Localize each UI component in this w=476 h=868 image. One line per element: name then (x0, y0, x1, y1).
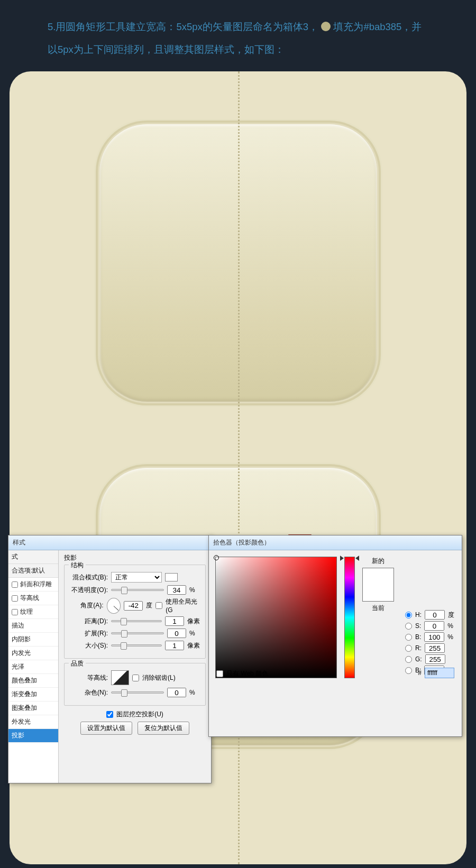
list-header-1[interactable]: 式 (8, 550, 58, 564)
global-light-label: 使用全局光(G (166, 597, 200, 614)
style-item-bevel[interactable]: 斜面和浮雕 (8, 578, 58, 592)
angle-input[interactable] (124, 601, 143, 611)
set-default-button[interactable]: 设置为默认值 (80, 722, 132, 735)
web-only-checkbox[interactable] (216, 670, 223, 677)
angle-label: 角度(A): (70, 601, 104, 610)
h-radio[interactable] (405, 612, 412, 618)
color-picker-dialog: 拾色器（投影颜色） 新的 当前 H:度 S:% B:% R: G: B: 只有 … (208, 535, 462, 737)
new-color-label: 新的 (372, 557, 385, 566)
reset-default-button[interactable]: 复位为默认值 (138, 722, 189, 735)
checkbox[interactable] (12, 609, 18, 615)
r-input[interactable] (425, 643, 445, 653)
b-radio[interactable] (405, 634, 412, 641)
g-radio[interactable] (405, 656, 412, 663)
size-label: 大小(S): (70, 641, 108, 650)
style-item-drop-shadow[interactable]: 投影 (8, 729, 58, 743)
angle-unit: 度 (146, 601, 152, 610)
style-item-outer-glow[interactable]: 外发光 (8, 715, 58, 729)
noise-unit: % (189, 689, 195, 696)
checkbox[interactable] (12, 581, 18, 588)
shadow-color-swatch[interactable] (165, 573, 178, 581)
saturation-value-field[interactable] (215, 557, 337, 678)
layer-style-dialog: 样式 × 式 合选项:默认 斜面和浮雕 等高线 纹理 描边 内阴影 内发光 光泽… (8, 535, 212, 783)
structure-group: 结构 混合模式(B): 正常 不透明度(O): % 角度(A): 度 (64, 565, 206, 659)
g-input[interactable] (425, 654, 445, 664)
style-item-pattern-overlay[interactable]: 图案叠加 (8, 701, 58, 715)
web-only-label: 只有 Web 颜色 (226, 669, 268, 678)
distance-input[interactable] (165, 616, 184, 626)
noise-slider[interactable] (111, 691, 164, 694)
global-light-checkbox[interactable] (155, 602, 162, 609)
style-item-stroke[interactable]: 描边 (8, 619, 58, 633)
dialog-titlebar[interactable]: 样式 × (8, 535, 211, 550)
s-radio[interactable] (405, 623, 412, 630)
distance-slider[interactable] (111, 620, 162, 622)
style-item-satin[interactable]: 光泽 (8, 660, 58, 674)
color-preview (362, 568, 394, 602)
h-input[interactable] (425, 610, 445, 620)
settings-pane: 投影 结构 混合模式(B): 正常 不透明度(O): % 角度(A): (59, 550, 211, 783)
bb-radio[interactable] (405, 667, 412, 674)
distance-unit: 像素 (187, 617, 200, 626)
distance-label: 距离(D): (70, 617, 108, 626)
hue-slider[interactable] (344, 557, 355, 678)
style-item-inner-shadow[interactable]: 内阴影 (8, 633, 58, 647)
instruction-p1: 5.用圆角矩形工具建立宽高：5x5px的矢量图层命名为箱体3， (48, 21, 318, 32)
hex-input[interactable] (425, 668, 454, 678)
contour-label: 等高线: (70, 673, 108, 682)
opacity-unit: % (189, 586, 195, 594)
dialog-title: 样式 (13, 539, 25, 546)
opacity-slider[interactable] (111, 589, 164, 591)
blend-mode-select[interactable]: 正常 (111, 572, 162, 583)
picker-titlebar[interactable]: 拾色器（投影颜色） (209, 535, 462, 550)
b-input[interactable] (424, 632, 444, 642)
color-value-inputs: H:度 S:% B:% R: G: B: (405, 608, 454, 677)
antialias-label: 消除锯齿(L) (142, 673, 176, 682)
style-item-contour[interactable]: 等高线 (8, 592, 58, 605)
color-swatch-icon (321, 22, 331, 31)
knockout-checkbox[interactable] (106, 711, 113, 718)
spread-label: 扩展(R): (70, 629, 108, 638)
angle-dial[interactable] (107, 598, 121, 614)
knockout-label: 图层挖空投影(U) (116, 710, 163, 719)
blend-mode-label: 混合模式(B): (70, 573, 108, 582)
style-item-texture[interactable]: 纹理 (8, 605, 58, 619)
list-header-2[interactable]: 合选项:默认 (8, 564, 58, 578)
tutorial-instruction: 5.用圆角矩形工具建立宽高：5x5px的矢量图层命名为箱体3， 填充为#bab3… (0, 0, 476, 71)
spread-unit: % (189, 630, 195, 637)
structure-legend: 结构 (69, 561, 86, 570)
opacity-input[interactable] (167, 585, 186, 595)
picker-cursor-icon (214, 555, 219, 560)
spread-input[interactable] (167, 629, 186, 638)
style-item-gradient-overlay[interactable]: 渐变叠加 (8, 688, 58, 701)
antialias-checkbox[interactable] (132, 675, 139, 681)
checkbox[interactable] (12, 595, 18, 602)
size-unit: 像素 (187, 641, 200, 650)
noise-input[interactable] (167, 688, 186, 697)
style-item-inner-glow[interactable]: 内发光 (8, 647, 58, 660)
s-input[interactable] (424, 621, 444, 631)
size-input[interactable] (165, 641, 184, 650)
quality-legend: 品质 (69, 659, 86, 668)
quality-group: 品质 等高线: 消除锯齿(L) 杂色(N): % (64, 663, 206, 706)
contour-preview[interactable] (111, 670, 129, 685)
picker-title: 拾色器（投影颜色） (213, 539, 270, 546)
style-effects-list: 式 合选项:默认 斜面和浮雕 等高线 纹理 描边 内阴影 内发光 光泽 颜色叠加… (8, 550, 59, 783)
current-color-label: 当前 (372, 604, 385, 613)
r-radio[interactable] (405, 645, 412, 652)
opacity-label: 不透明度(O): (70, 586, 108, 595)
spread-slider[interactable] (111, 632, 164, 634)
rounded-rect-shape-1 (99, 124, 377, 402)
noise-label: 杂色(N): (70, 688, 108, 697)
style-item-color-overlay[interactable]: 颜色叠加 (8, 674, 58, 688)
hex-label: # (418, 669, 422, 677)
size-slider[interactable] (111, 644, 162, 647)
